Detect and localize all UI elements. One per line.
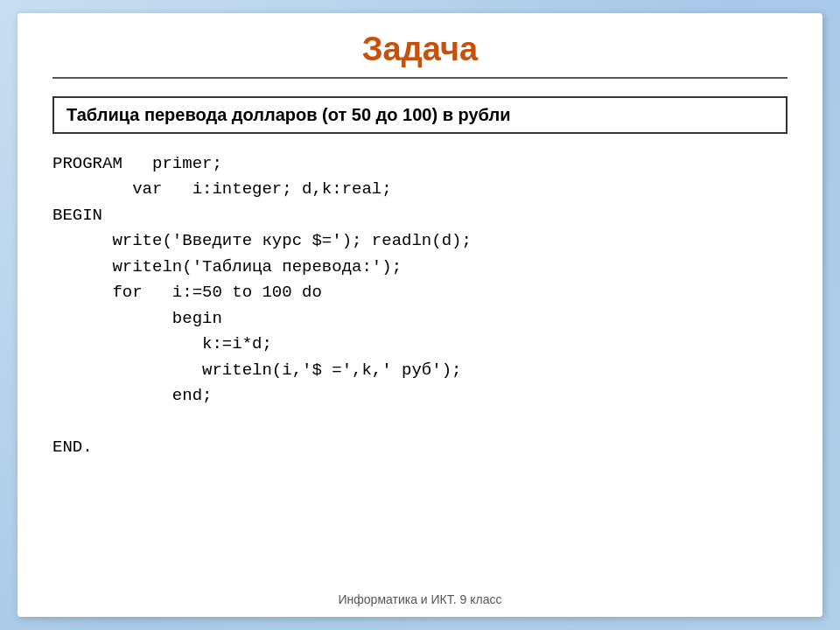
- title-area: Задача: [52, 31, 788, 79]
- code-line: PROGRAM primer;: [52, 151, 788, 177]
- code-block: PROGRAM primer; var i:integer; d,k:real;…: [52, 151, 788, 591]
- code-line: [52, 409, 788, 434]
- page-title: Задача: [362, 31, 478, 67]
- code-line: begin: [52, 306, 788, 332]
- code-line: writeln('Таблица перевода:');: [52, 255, 788, 280]
- slide-container: Задача Таблица перевода долларов (от 50 …: [18, 13, 822, 617]
- code-line: for i:=50 to 100 do: [52, 280, 788, 305]
- code-line: k:=i*d;: [52, 332, 788, 357]
- subtitle-box: Таблица перевода долларов (от 50 до 100)…: [52, 96, 788, 134]
- subtitle-text: Таблица перевода долларов (от 50 до 100)…: [66, 105, 510, 124]
- code-line: end;: [52, 383, 788, 409]
- code-line: var i:integer; d,k:real;: [52, 177, 788, 202]
- code-line: END.: [52, 435, 788, 460]
- code-line: write('Введите курс $='); readln(d);: [52, 228, 788, 254]
- code-line: writeln(i,'$ =',k,' руб');: [52, 358, 788, 383]
- footer: Информатика и ИКТ. 9 класс: [18, 592, 822, 606]
- code-line: BEGIN: [52, 203, 788, 228]
